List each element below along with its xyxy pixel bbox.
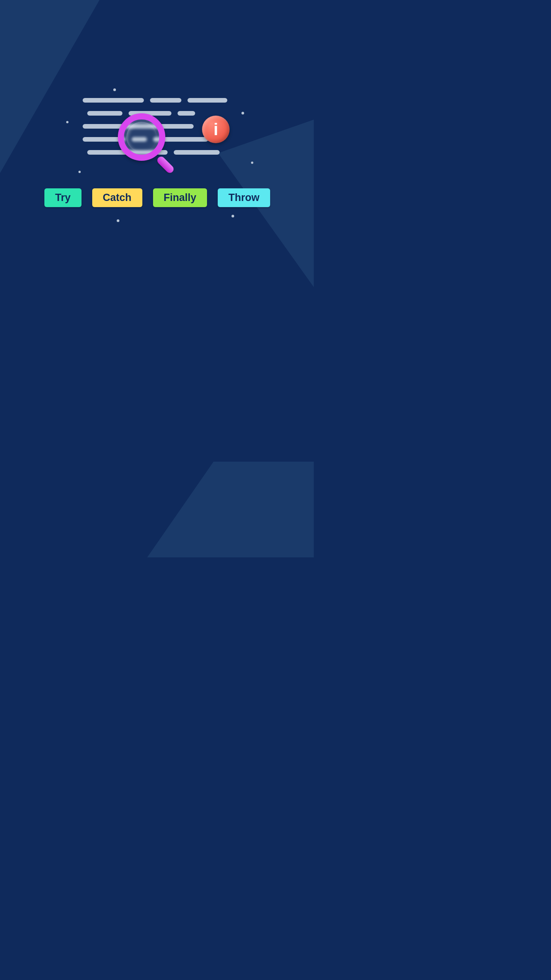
throw-button[interactable]: Throw — [218, 188, 270, 207]
try-button[interactable]: Try — [44, 188, 82, 207]
catch-button[interactable]: Catch — [92, 188, 142, 207]
info-glyph: i — [214, 120, 218, 139]
magnifying-glass-icon — [118, 113, 177, 175]
info-icon: i — [202, 116, 230, 143]
finally-button[interactable]: Finally — [153, 188, 207, 207]
keyword-button-row: Try Catch Finally Throw — [44, 188, 270, 207]
